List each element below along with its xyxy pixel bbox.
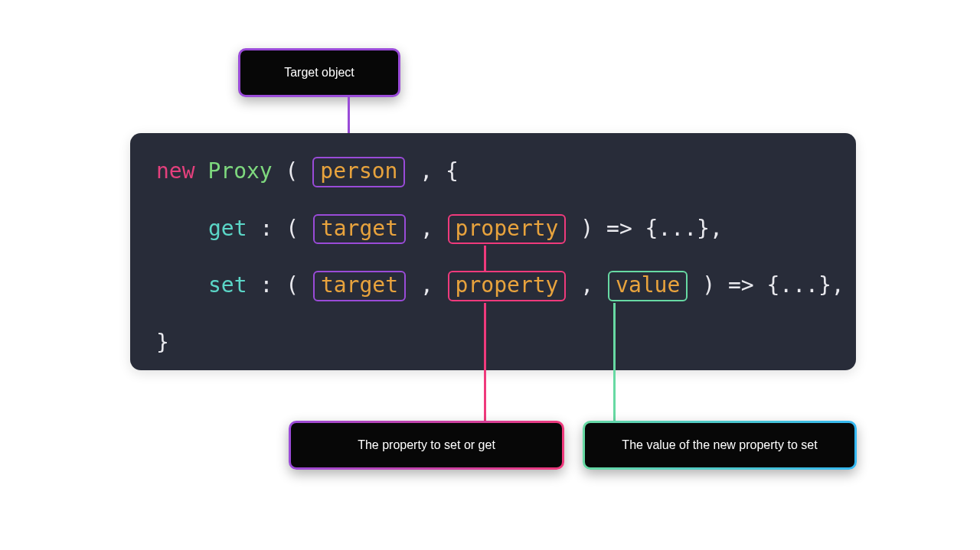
- callout-property: The property to set or get: [289, 421, 564, 470]
- token-colon-open-1: : (: [260, 216, 299, 241]
- code-line-3: set : ( target , property , value ) => {…: [208, 270, 830, 301]
- token-get: get: [208, 216, 247, 241]
- code-line-4: }: [156, 327, 830, 357]
- token-comma-2: ,: [420, 272, 446, 298]
- box-target-get: target: [313, 214, 406, 245]
- token-proxy: Proxy: [207, 158, 272, 184]
- token-property-get: property: [456, 216, 559, 241]
- token-after-person: , {: [420, 158, 459, 184]
- code-block: new Proxy ( person , { get : ( target , …: [130, 133, 856, 370]
- token-arrow-2: ) => {...},: [702, 272, 844, 298]
- callout-target-object-text: Target object: [284, 66, 354, 79]
- callout-property-text: The property to set or get: [358, 438, 495, 451]
- token-arrow-1: ) => {...},: [580, 216, 722, 241]
- token-target-get: target: [321, 216, 398, 241]
- code-line-1: new Proxy ( person , {: [156, 156, 830, 187]
- connector-pink-between: [484, 246, 486, 272]
- box-property-set: property: [448, 271, 567, 301]
- connector-green-down: [613, 303, 616, 422]
- connector-pink-down: [484, 303, 486, 422]
- callout-target-object: Target object: [238, 48, 400, 97]
- token-target-set: target: [321, 272, 398, 298]
- box-property-get: property: [448, 214, 567, 245]
- diagram-stage: Target object new Proxy ( person , { get…: [0, 0, 980, 550]
- callout-value: The value of the new property to set: [583, 421, 857, 470]
- token-comma-3: ,: [580, 272, 606, 298]
- box-target-set: target: [313, 271, 406, 301]
- token-property-set: property: [456, 272, 559, 298]
- box-person: person: [312, 157, 405, 187]
- code-line-2: get : ( target , property ) => {...},: [208, 213, 830, 245]
- token-open-paren: (: [286, 158, 299, 184]
- token-person: person: [320, 158, 397, 184]
- token-colon-open-2: : (: [260, 272, 299, 298]
- token-close-brace: }: [156, 330, 169, 355]
- token-set: set: [208, 272, 247, 298]
- token-value: value: [616, 272, 680, 298]
- token-comma-1: ,: [420, 216, 446, 241]
- callout-value-text: The value of the new property to set: [622, 438, 817, 451]
- token-new: new: [156, 158, 195, 184]
- box-value: value: [608, 271, 688, 301]
